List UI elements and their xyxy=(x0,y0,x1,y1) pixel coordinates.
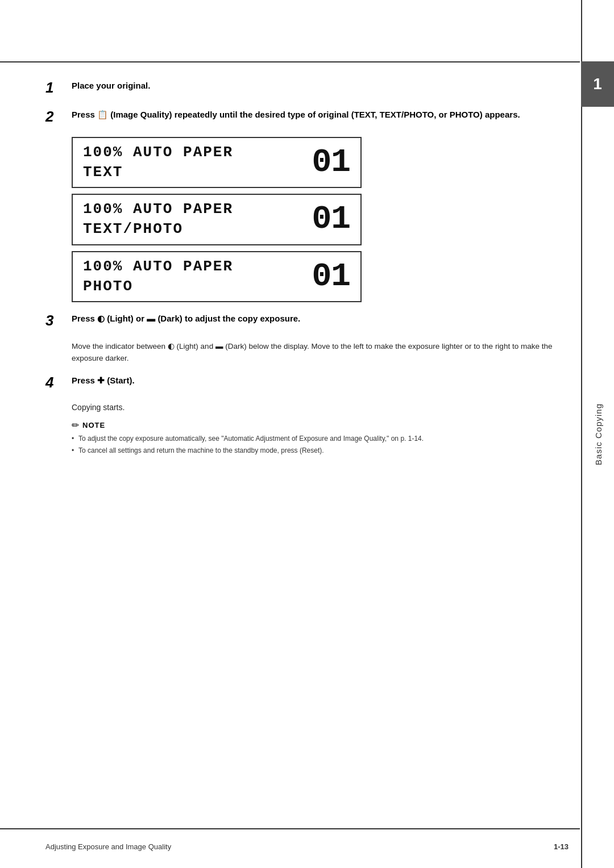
panel3-line1: 100% AUTO PAPER xyxy=(83,257,233,277)
panel2-number: 01 xyxy=(312,203,350,236)
step-1: 1 Place your original. xyxy=(45,80,569,96)
step-3: 3 Press ◐ (Light) or ▬ (Dark) to adjust … xyxy=(45,312,569,329)
display-panel-photo-content: 100% AUTO PAPER PHOTO xyxy=(83,257,233,297)
step-1-number: 1 xyxy=(45,80,67,96)
step-3-number: 3 xyxy=(45,312,67,329)
note-list: To adjust the copy exposure automaticall… xyxy=(72,433,569,456)
step-2-number: 2 xyxy=(45,108,67,125)
display-panel-photo: 100% AUTO PAPER PHOTO 01 xyxy=(72,251,362,302)
note-item-1: To adjust the copy exposure automaticall… xyxy=(72,433,569,444)
step-2: 2 Press 📋 (Image Quality) repeatedly unt… xyxy=(45,108,569,125)
step-3-subtext: Move the indicator between ◐ (Light) and… xyxy=(72,341,569,364)
display-panel-text-content: 100% AUTO PAPER TEXT xyxy=(83,143,233,182)
panel2-line2: TEXT/PHOTO xyxy=(83,219,233,239)
step-1-text: Place your original. xyxy=(72,80,569,93)
display-panel-text-photo: 100% AUTO PAPER TEXT/PHOTO 01 xyxy=(72,194,362,245)
display-panels: 100% AUTO PAPER TEXT 01 100% AUTO PAPER … xyxy=(72,137,569,302)
top-border xyxy=(0,61,580,62)
note-label: NOTE xyxy=(82,421,105,429)
bottom-border xyxy=(0,828,580,829)
note-icon: ✏ xyxy=(72,420,79,431)
panel2-line1: 100% AUTO PAPER xyxy=(83,199,233,219)
chapter-number: 1 xyxy=(581,61,614,107)
step-4-subtext: Copying starts. xyxy=(72,403,569,412)
note-item-2: To cancel all settings and return the ma… xyxy=(72,445,569,456)
panel1-number: 01 xyxy=(312,146,350,179)
right-sidebar: 1 Basic Copying xyxy=(581,0,614,868)
display-panel-textphoto-content: 100% AUTO PAPER TEXT/PHOTO xyxy=(83,199,233,239)
sidebar-label: Basic Copying xyxy=(594,403,603,465)
footer-chapter-text: Adjusting Exposure and Image Quality xyxy=(45,842,171,851)
step-4-text: Press ✚ (Start). xyxy=(72,374,569,387)
note-section: ✏ NOTE To adjust the copy exposure autom… xyxy=(72,420,569,456)
panel1-line2: TEXT xyxy=(83,162,233,182)
panel1-line1: 100% AUTO PAPER xyxy=(83,143,233,162)
footer: Adjusting Exposure and Image Quality 1-1… xyxy=(45,842,569,851)
step-3-text: Press ◐ (Light) or ▬ (Dark) to adjust th… xyxy=(72,312,569,326)
panel3-number: 01 xyxy=(312,260,350,293)
step-4: 4 Press ✚ (Start). xyxy=(45,374,569,391)
display-panel-text: 100% AUTO PAPER TEXT 01 xyxy=(72,137,362,188)
step-4-number: 4 xyxy=(45,374,67,391)
note-header: ✏ NOTE xyxy=(72,420,569,431)
footer-page: 1-13 xyxy=(554,842,569,851)
step-2-text: Press 📋 (Image Quality) repeatedly until… xyxy=(72,108,569,122)
panel3-line2: PHOTO xyxy=(83,277,233,297)
main-content: 1 Place your original. 2 Press 📋 (Image … xyxy=(45,68,569,457)
